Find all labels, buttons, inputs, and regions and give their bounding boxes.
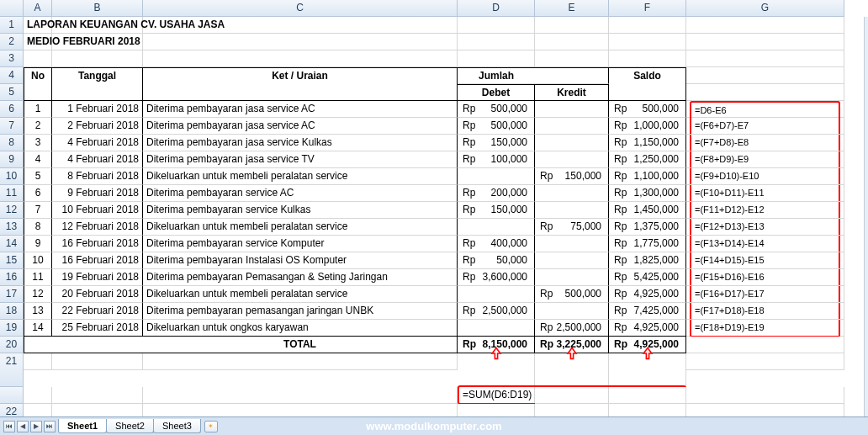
- nav-next-button[interactable]: ▶: [30, 421, 42, 432]
- cell[interactable]: [686, 353, 844, 370]
- cell[interactable]: [686, 387, 844, 404]
- header-no[interactable]: No: [24, 67, 52, 84]
- row-header-5[interactable]: 5: [0, 84, 24, 101]
- row-header-21b[interactable]: [0, 387, 24, 404]
- cell[interactable]: [535, 135, 609, 151]
- cell[interactable]: [24, 387, 52, 404]
- cell-tanggal[interactable]: 1 Februari 2018: [52, 101, 143, 118]
- cell-ket[interactable]: Diterima pembayaran Pemasangan & Seting …: [143, 269, 458, 286]
- cell[interactable]: [535, 252, 609, 269]
- cell[interactable]: Rp1,775,000: [609, 236, 686, 252]
- cell[interactable]: [458, 168, 535, 185]
- cell[interactable]: [143, 34, 458, 50]
- cell[interactable]: [24, 84, 52, 101]
- cell[interactable]: [686, 17, 844, 34]
- cell[interactable]: [686, 67, 844, 84]
- cell[interactable]: Rp1,825,000: [609, 252, 686, 269]
- header-saldo[interactable]: Saldo: [609, 67, 686, 84]
- row-header-9[interactable]: 9: [0, 151, 24, 168]
- cell-tanggal[interactable]: 25 Februari 2018: [52, 320, 143, 337]
- header-kredit[interactable]: Kredit: [535, 84, 609, 101]
- cell-ket[interactable]: Dikeluarkan untuk membeli peralatan serv…: [143, 286, 458, 303]
- cell-ket[interactable]: Diterima pembayaran jasa service TV: [143, 151, 458, 168]
- row-header-6[interactable]: 6: [0, 101, 24, 118]
- cell[interactable]: [458, 219, 535, 236]
- cell-ket[interactable]: Diterima pembayaran jasa service AC: [143, 101, 458, 118]
- cell-ket[interactable]: Dikeluarkan untuk membeli peralatan serv…: [143, 219, 458, 236]
- cell-no[interactable]: 4: [24, 151, 52, 168]
- row-header-12[interactable]: 12: [0, 202, 24, 219]
- cell-tanggal[interactable]: 9 Februari 2018: [52, 185, 143, 202]
- row-header-17[interactable]: 17: [0, 286, 24, 303]
- cell[interactable]: [52, 337, 143, 353]
- cell[interactable]: Rp1,000,000: [609, 118, 686, 135]
- cell[interactable]: [535, 236, 609, 252]
- cell-tanggal[interactable]: 16 Februari 2018: [52, 236, 143, 252]
- tab-sheet1[interactable]: Sheet1: [58, 419, 107, 433]
- cell[interactable]: [535, 185, 609, 202]
- cell-ket[interactable]: Dikeluarkan untuk ongkos karyawan: [143, 320, 458, 337]
- column-header-F[interactable]: F: [609, 0, 686, 17]
- cell-ket[interactable]: Diterima pembayaran Instalasi OS Kompute…: [143, 252, 458, 269]
- cell[interactable]: [52, 387, 143, 404]
- cell[interactable]: Rp150,000: [458, 202, 535, 219]
- cell[interactable]: Rp500,000: [458, 118, 535, 135]
- cell[interactable]: [535, 34, 609, 50]
- cell-no[interactable]: 1: [24, 101, 52, 118]
- cell-no[interactable]: 2: [24, 118, 52, 135]
- vertical-scrollbar[interactable]: [864, 17, 868, 416]
- cell[interactable]: Rp1,100,000: [609, 168, 686, 185]
- column-header-E[interactable]: E: [535, 0, 609, 17]
- cell[interactable]: Rp3,600,000: [458, 269, 535, 286]
- column-header-D[interactable]: D: [458, 0, 535, 17]
- cell-ket[interactable]: Diterima pembayaran pemasangan jaringan …: [143, 303, 458, 320]
- cell-no[interactable]: 8: [24, 219, 52, 236]
- cell[interactable]: Rp4,925,000: [609, 320, 686, 337]
- cell[interactable]: Rp1,300,000: [609, 185, 686, 202]
- cell-no[interactable]: 7: [24, 202, 52, 219]
- cell[interactable]: Rp1,450,000: [609, 202, 686, 219]
- cell[interactable]: [686, 34, 844, 50]
- cell[interactable]: Rp5,425,000: [609, 269, 686, 286]
- row-header-21[interactable]: 21: [0, 353, 24, 387]
- nav-last-button[interactable]: ⏭: [44, 421, 56, 432]
- cell[interactable]: Rp1,150,000: [609, 135, 686, 151]
- cell-tanggal[interactable]: 19 Februari 2018: [52, 269, 143, 286]
- nav-prev-button[interactable]: ◀: [17, 421, 29, 432]
- row-header-3[interactable]: 3: [0, 50, 24, 67]
- cell-tanggal[interactable]: 10 Februari 2018: [52, 202, 143, 219]
- row-header-16[interactable]: 16: [0, 269, 24, 286]
- row-header-2[interactable]: 2: [0, 34, 24, 50]
- cell[interactable]: [24, 50, 52, 67]
- header-jumlah-r[interactable]: [535, 67, 609, 84]
- row-header-20[interactable]: 20: [0, 337, 24, 353]
- cell[interactable]: [609, 34, 686, 50]
- cell[interactable]: [609, 353, 686, 387]
- column-header-B[interactable]: B: [52, 0, 143, 17]
- cell[interactable]: Rp75,000: [535, 219, 609, 236]
- cell[interactable]: [24, 337, 52, 353]
- cell[interactable]: [458, 34, 535, 50]
- cell[interactable]: [535, 17, 609, 34]
- cell-tanggal[interactable]: 4 Februari 2018: [52, 151, 143, 168]
- row-header-18[interactable]: 18: [0, 303, 24, 320]
- cell[interactable]: [143, 387, 458, 404]
- cell[interactable]: [535, 118, 609, 135]
- cell[interactable]: [458, 353, 535, 387]
- cell-no[interactable]: 6: [24, 185, 52, 202]
- cell[interactable]: Rp1,375,000: [609, 219, 686, 236]
- cell-tanggal[interactable]: 12 Februari 2018: [52, 219, 143, 236]
- cell-tanggal[interactable]: 20 Februari 2018: [52, 286, 143, 303]
- cell[interactable]: Rp400,000: [458, 236, 535, 252]
- cell[interactable]: [24, 353, 52, 370]
- row-header-15[interactable]: 15: [0, 252, 24, 269]
- select-all-corner[interactable]: [0, 0, 24, 17]
- cell[interactable]: [458, 286, 535, 303]
- cell-ket[interactable]: Dikeluarkan untuk membeli peralatan serv…: [143, 168, 458, 185]
- row-header-19[interactable]: 19: [0, 320, 24, 337]
- cell[interactable]: [143, 353, 458, 370]
- row-header-4[interactable]: 4: [0, 67, 24, 84]
- cell[interactable]: [686, 50, 844, 67]
- cell[interactable]: [458, 320, 535, 337]
- cell[interactable]: MEDIO FEBRUARI 2018: [24, 34, 52, 50]
